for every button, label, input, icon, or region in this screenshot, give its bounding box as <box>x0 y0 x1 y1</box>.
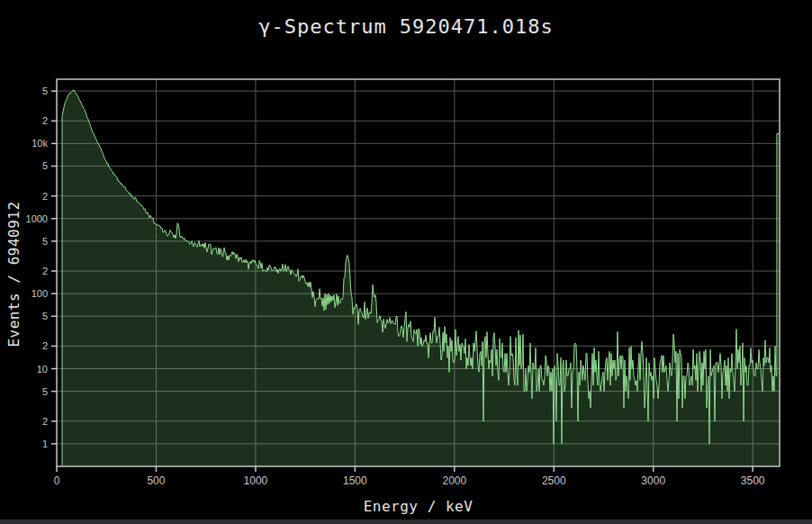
window-edge-strip <box>0 519 812 524</box>
y-tick-label: 100 <box>32 288 48 299</box>
x-tick-label: 2500 <box>542 474 566 487</box>
y-tick-label: 1 <box>42 438 48 449</box>
y-tick-label: 2 <box>42 340 48 351</box>
y-tick-label: 5 <box>42 160 48 171</box>
x-tick-label: 2000 <box>442 474 466 487</box>
y-tick-label: 2 <box>42 416 48 427</box>
x-tick-label: 500 <box>147 474 165 487</box>
y-tick-label: 1000 <box>26 213 48 224</box>
x-tick-label: 3500 <box>741 474 765 487</box>
x-tick-label: 1500 <box>343 474 367 487</box>
x-axis-label: Energy / keV <box>57 498 780 515</box>
y-tick-label: 5 <box>42 236 48 247</box>
y-tick-label: 10k <box>32 138 48 149</box>
x-tick-label: 1000 <box>244 474 268 487</box>
y-tick-label: 10 <box>37 364 48 375</box>
y-tick-label: 2 <box>42 191 48 202</box>
y-tick-label: 5 <box>42 311 48 321</box>
spectrum-fill <box>62 90 779 466</box>
y-tick-label: 5 <box>42 86 48 96</box>
x-tick-label: 0 <box>54 474 60 487</box>
y-tick-label: 5 <box>42 386 48 397</box>
y-tick-label: 2 <box>42 115 48 126</box>
x-tick-label: 3000 <box>641 474 665 487</box>
y-tick-label: 2 <box>42 266 48 276</box>
plot-area[interactable]: 12510251002510002510k2505001000150020002… <box>0 0 812 524</box>
